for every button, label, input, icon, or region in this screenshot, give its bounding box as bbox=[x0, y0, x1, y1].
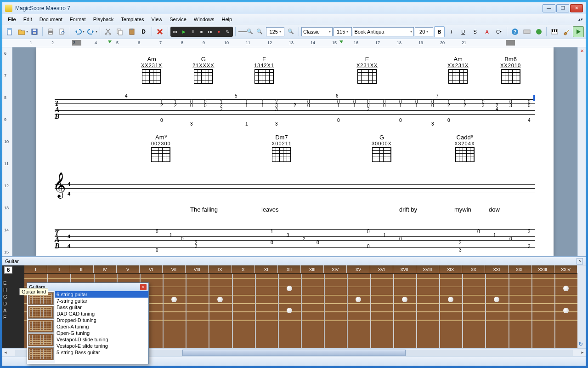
guitar-icon[interactable] bbox=[561, 26, 572, 37]
horizontal-ruler[interactable]: 123456789101112131415161718192021 bbox=[2, 39, 586, 47]
menu-edit[interactable]: Edit bbox=[20, 15, 36, 23]
undo-button[interactable] bbox=[73, 26, 84, 37]
zoom-in-button[interactable]: 🔍 bbox=[285, 26, 296, 37]
tab-number[interactable]: 0 bbox=[367, 244, 370, 249]
tab-number[interactable]: 1 bbox=[493, 233, 496, 238]
style-size-input[interactable]: 115▾ bbox=[334, 27, 352, 36]
tab-number[interactable]: 0 bbox=[399, 236, 402, 242]
tab-number[interactable]: 3 bbox=[482, 103, 485, 108]
menu-help[interactable]: Help bbox=[218, 15, 236, 23]
tab-number[interactable]: 3 bbox=[459, 247, 462, 253]
preview-thumb[interactable] bbox=[28, 334, 54, 346]
chord-diagram[interactable]: Am⁹002300 bbox=[151, 134, 171, 162]
tab-number[interactable]: 1 bbox=[383, 233, 386, 238]
popup-close-icon[interactable]: × bbox=[140, 284, 147, 290]
chord-diagram[interactable]: AmXX231X bbox=[141, 56, 162, 84]
keyboard-button[interactable] bbox=[521, 26, 532, 37]
guitar-panel-close-icon[interactable]: × bbox=[577, 258, 583, 264]
chord-diagram[interactable]: F1342X1 bbox=[254, 56, 274, 84]
tab-number[interactable]: 2 bbox=[367, 107, 370, 112]
strike-button[interactable]: S bbox=[469, 26, 481, 37]
chord-diagram[interactable]: AmXX231X bbox=[447, 56, 469, 84]
list-item[interactable]: DAD GAD tuning bbox=[55, 310, 148, 317]
chord-diagram[interactable]: G21XXXX bbox=[192, 56, 215, 84]
tab-number[interactable]: 2 bbox=[528, 244, 531, 249]
paste-button[interactable] bbox=[126, 26, 137, 37]
open-button[interactable] bbox=[16, 26, 27, 37]
color-c-button[interactable]: C▾ bbox=[493, 26, 504, 37]
menu-templates[interactable]: Templates bbox=[117, 15, 147, 23]
play-green-button[interactable] bbox=[573, 26, 584, 37]
tab-number[interactable]: 0 bbox=[181, 236, 184, 242]
tab-number[interactable]: 2 bbox=[303, 236, 305, 242]
minimize-button[interactable]: — bbox=[543, 4, 555, 12]
tab-number[interactable]: 3 bbox=[431, 121, 434, 126]
bold-button[interactable]: B bbox=[434, 26, 445, 37]
note-staff[interactable]: 𝄞 44 bbox=[55, 174, 535, 199]
refresh-icon[interactable]: ↻ bbox=[578, 341, 583, 347]
tab-number[interactable]: 0 bbox=[447, 118, 450, 123]
tab-number[interactable]: 3 bbox=[195, 244, 198, 249]
tab-number[interactable]: 2 bbox=[464, 103, 466, 108]
lyric[interactable]: drift by bbox=[399, 206, 417, 213]
tab-number[interactable]: 3 bbox=[459, 240, 462, 245]
menu-document[interactable]: Document bbox=[36, 15, 66, 23]
tab-number[interactable]: 2 bbox=[447, 103, 450, 108]
vertical-ruler[interactable]: 6789101112131415 bbox=[2, 47, 12, 256]
font-size-input[interactable]: 20▾ bbox=[415, 27, 433, 36]
menu-file[interactable]: File bbox=[4, 15, 20, 23]
tab-number[interactable]: 2 bbox=[160, 103, 163, 108]
stop-button[interactable]: ■ bbox=[198, 28, 206, 36]
chord-diagram[interactable]: Dm7X00211 bbox=[271, 134, 292, 162]
delete-button[interactable] bbox=[154, 26, 165, 37]
tab-number[interactable]: 0 bbox=[190, 103, 193, 108]
guitar-kind-list[interactable]: 6-string guitar7-string guitarBass guita… bbox=[55, 291, 148, 364]
list-item[interactable]: Vestapol-E slide tuning bbox=[55, 343, 148, 349]
menu-format[interactable]: Format bbox=[66, 15, 90, 23]
list-item[interactable]: 6-string guitar bbox=[55, 291, 148, 298]
menu-windows[interactable]: Windows bbox=[190, 15, 218, 23]
last-button[interactable]: ⏭ bbox=[206, 28, 215, 36]
color-a-button[interactable]: A bbox=[481, 26, 492, 37]
list-item[interactable]: Open-G tuning bbox=[55, 330, 148, 336]
tab-number[interactable]: 0 bbox=[431, 103, 434, 108]
tab-number[interactable]: 0 bbox=[160, 118, 163, 123]
menu-view[interactable]: View bbox=[147, 15, 166, 23]
right-margin-marker[interactable] bbox=[506, 40, 515, 46]
tab-number[interactable]: 2 bbox=[174, 103, 177, 108]
tab-number[interactable]: 3 bbox=[275, 121, 278, 126]
list-item[interactable]: 5-string Bass guitar bbox=[55, 349, 148, 356]
lyric[interactable]: mywin bbox=[454, 206, 471, 213]
cut-button[interactable] bbox=[102, 26, 113, 37]
tab-number[interactable]: 0 bbox=[271, 240, 273, 245]
maximize-button[interactable]: ❐ bbox=[556, 4, 569, 12]
tab-number[interactable]: 1 bbox=[245, 103, 248, 108]
tab-number[interactable]: 0 bbox=[399, 118, 402, 123]
tab-number[interactable]: 1 bbox=[271, 229, 273, 234]
list-item[interactable]: 7-string guitar bbox=[55, 298, 148, 304]
pause-button[interactable]: ⏸ bbox=[189, 28, 197, 36]
new-button[interactable] bbox=[4, 26, 15, 37]
preview-thumb[interactable] bbox=[28, 347, 54, 360]
list-item[interactable]: Vestapol-D slide tuning bbox=[55, 336, 148, 343]
tab-number[interactable]: 1 bbox=[245, 121, 248, 126]
preview-thumb[interactable] bbox=[28, 320, 54, 333]
tab-number[interactable]: 1 bbox=[415, 103, 418, 108]
tab-number[interactable]: 1 bbox=[353, 103, 356, 108]
menu-playback[interactable]: Playback bbox=[90, 15, 118, 23]
close-button[interactable]: ✕ bbox=[570, 4, 583, 12]
play-button[interactable]: ▶ bbox=[180, 28, 188, 36]
tab-number[interactable]: 2 bbox=[294, 103, 296, 108]
zoom-reset-button[interactable]: 🔍 bbox=[254, 26, 266, 37]
tab-number[interactable]: 1 bbox=[261, 103, 264, 108]
tab-number[interactable]: 3 bbox=[287, 233, 289, 238]
web-button[interactable] bbox=[533, 26, 544, 37]
list-item[interactable]: Open-A tuning bbox=[55, 323, 148, 330]
piano-icon[interactable] bbox=[549, 26, 560, 37]
redo-button[interactable] bbox=[85, 26, 96, 37]
print-preview-button[interactable] bbox=[57, 26, 68, 37]
copy-button[interactable] bbox=[114, 26, 125, 37]
tab-number[interactable]: 1 bbox=[399, 103, 402, 108]
tab-number[interactable]: 3 bbox=[275, 107, 278, 112]
tab-number[interactable]: 1 bbox=[170, 233, 172, 238]
